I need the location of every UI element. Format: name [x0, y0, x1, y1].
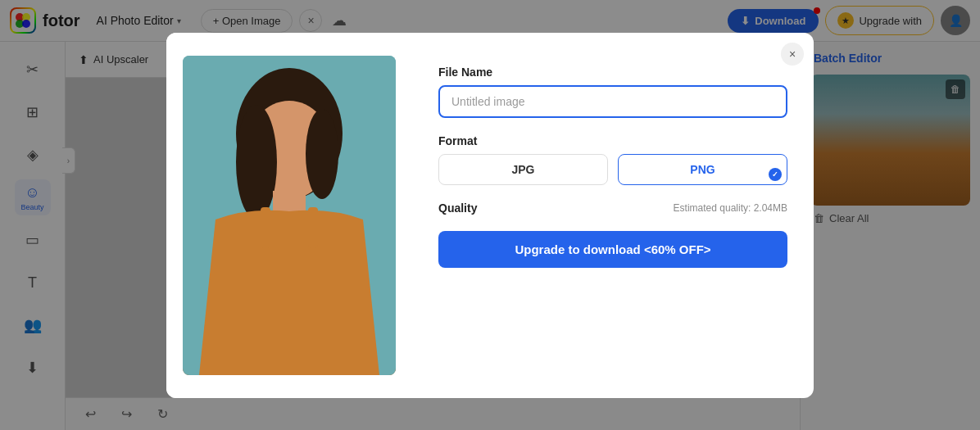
format-row: JPG PNG [438, 154, 787, 185]
modal-form-panel: File Name Format JPG PNG Quality Estimat… [412, 33, 814, 398]
upgrade-download-label: Upgrade to download <60% OFF> [515, 242, 710, 256]
svg-point-9 [306, 109, 338, 199]
format-png-label: PNG [690, 163, 715, 176]
modal-overlay: × [0, 0, 980, 430]
format-jpg-button[interactable]: JPG [438, 154, 608, 185]
svg-point-8 [236, 105, 277, 220]
format-png-button[interactable]: PNG [618, 154, 787, 185]
upgrade-download-button[interactable]: Upgrade to download <60% OFF> [438, 231, 787, 268]
close-icon: × [789, 48, 796, 61]
modal-image-panel [166, 33, 412, 398]
modal-close-button[interactable]: × [781, 43, 804, 66]
file-name-section: File Name [438, 66, 787, 118]
svg-rect-12 [308, 207, 318, 248]
quality-label: Quality [438, 201, 477, 215]
file-name-label: File Name [438, 66, 787, 79]
quality-row: Quality Estimated quality: 2.04MB [438, 201, 787, 215]
svg-rect-11 [261, 207, 270, 248]
person-svg [183, 56, 396, 375]
file-name-input[interactable] [438, 85, 787, 118]
format-label: Format [438, 134, 787, 147]
download-modal: × [166, 33, 814, 398]
format-jpg-label: JPG [511, 163, 534, 176]
format-section: Format JPG PNG [438, 134, 787, 185]
quality-estimate: Estimated quality: 2.04MB [674, 202, 787, 214]
modal-person-image [183, 56, 396, 375]
